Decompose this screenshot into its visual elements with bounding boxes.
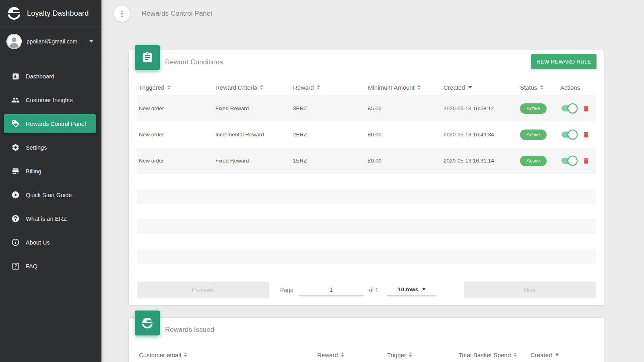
reward-conditions-card: Reward Conditions NEW REWARD RULE Trigge… xyxy=(129,50,604,305)
kebab-icon xyxy=(121,10,123,17)
sidebar: Loyalty Dashboard ppoliani@gmail.com Das… xyxy=(0,0,101,362)
page-title: Rewards Control Panel xyxy=(142,10,212,18)
rewards-issued-card: Rewards Issued Customer email Reward Tri… xyxy=(129,318,604,362)
table-header-row: Triggered Reward Criteria Reward Minimum… xyxy=(137,79,596,95)
sidebar-item-label: What is an ERZ xyxy=(26,216,67,222)
sidebar-item-label: Dashboard xyxy=(26,73,54,80)
sort-icon xyxy=(341,352,344,357)
clipboard-icon xyxy=(135,45,160,70)
cell-reward: 3ERZ xyxy=(291,105,366,111)
person-icon xyxy=(6,34,22,49)
page-label: Page xyxy=(280,287,293,293)
app-logo-icon xyxy=(6,6,22,21)
empty-row xyxy=(137,264,596,280)
column-header-trigger[interactable]: Trigger xyxy=(385,352,457,358)
empty-row xyxy=(137,234,596,249)
main-content: Rewards Control Panel Reward Conditions … xyxy=(101,0,644,362)
brand: Loyalty Dashboard xyxy=(0,0,101,27)
cell-minimum-amount: £0.00 xyxy=(366,158,442,164)
help-circle-icon xyxy=(11,214,20,223)
sidebar-item-label: Customer Insights xyxy=(26,97,73,103)
sidebar-item-dashboard[interactable]: Dashboard xyxy=(0,64,101,88)
gear-icon xyxy=(11,143,20,152)
delete-icon[interactable] xyxy=(582,131,590,139)
delete-icon[interactable] xyxy=(582,157,590,165)
column-header-customer-email[interactable]: Customer email xyxy=(137,352,315,358)
column-header-reward-criteria[interactable]: Reward Criteria xyxy=(213,84,291,91)
logo-card-icon xyxy=(135,311,160,335)
sidebar-item-quick-start-guide[interactable]: Quick Start Guide xyxy=(0,183,101,207)
cell-minimum-amount: £0.00 xyxy=(366,132,442,138)
rows-per-page-select[interactable]: 10 rows xyxy=(387,284,436,296)
column-header-minimum-amount[interactable]: Minimum Amount xyxy=(366,84,442,91)
cell-created: 2020-05-13 16:58:12 xyxy=(442,105,518,111)
loyalty-tag-icon xyxy=(11,119,20,128)
status-badge: Active xyxy=(520,103,547,114)
sidebar-item-faq[interactable]: FAQ xyxy=(0,254,101,278)
active-toggle[interactable] xyxy=(561,132,576,138)
column-header-reward[interactable]: Reward xyxy=(291,84,366,91)
cell-reward-criteria: Fixed Reward xyxy=(213,158,291,164)
sidebar-item-label: Quick Start Guide xyxy=(26,192,72,198)
reward-conditions-table: Triggered Reward Criteria Reward Minimum… xyxy=(137,79,596,280)
sidebar-item-label: About Us xyxy=(26,239,50,246)
bar-chart-icon xyxy=(11,72,20,80)
sort-icon xyxy=(184,352,187,357)
active-toggle[interactable] xyxy=(561,105,576,111)
page-menu-button[interactable] xyxy=(114,6,130,22)
cell-reward: 2ERZ xyxy=(291,132,366,138)
page-count-label: of 1 xyxy=(369,287,378,293)
user-email: ppoliani@gmail.com xyxy=(27,38,85,45)
previous-page-button[interactable]: Previous xyxy=(137,282,269,298)
column-header-created[interactable]: Created xyxy=(442,84,518,91)
people-icon xyxy=(11,96,20,104)
column-header-actions: Actions xyxy=(558,84,596,91)
sidebar-item-what-is-an-erz[interactable]: What is an ERZ xyxy=(0,207,101,230)
cell-reward-criteria: Incremental Reward xyxy=(213,132,291,138)
info-circle-icon xyxy=(11,238,20,247)
sort-desc-icon xyxy=(468,86,472,88)
column-header-total-basket-spend[interactable]: Total Basket Spend xyxy=(457,352,528,358)
sidebar-item-customer-insights[interactable]: Customer Insights xyxy=(0,88,101,112)
active-toggle[interactable] xyxy=(561,158,576,164)
column-header-status[interactable]: Status xyxy=(518,84,558,91)
sort-icon xyxy=(540,85,543,90)
status-badge: Active xyxy=(520,130,547,140)
play-circle-icon xyxy=(11,191,20,199)
column-header-reward[interactable]: Reward xyxy=(315,352,385,358)
cell-minimum-amount: £5.00 xyxy=(366,105,442,111)
delete-icon[interactable] xyxy=(582,105,590,113)
sidebar-item-billing[interactable]: Billing xyxy=(0,159,101,183)
sidebar-item-about-us[interactable]: About Us xyxy=(0,230,101,254)
new-reward-rule-button[interactable]: NEW REWARD RULE xyxy=(531,54,597,69)
empty-row xyxy=(137,189,596,204)
table-row: New order Fixed Reward 3ERZ £5.00 2020-0… xyxy=(137,95,596,121)
next-page-button[interactable]: Next xyxy=(464,282,596,298)
sidebar-item-rewards-control-panel[interactable]: Rewards Control Panel xyxy=(4,114,96,133)
column-header-created[interactable]: Created xyxy=(528,352,596,358)
cell-reward: 1ERZ xyxy=(291,158,366,164)
sort-desc-icon xyxy=(555,354,559,356)
cell-created: 2020-05-13 16:49:34 xyxy=(442,132,518,138)
sort-icon xyxy=(317,85,320,90)
chevron-down-icon xyxy=(89,40,93,43)
status-badge: Active xyxy=(520,156,547,166)
sort-icon xyxy=(514,352,517,357)
card-title: Reward Conditions xyxy=(165,58,223,66)
sidebar-item-settings[interactable]: Settings xyxy=(0,136,101,159)
sort-icon xyxy=(417,85,421,90)
chevron-down-icon xyxy=(422,288,425,290)
empty-row xyxy=(137,219,596,234)
table-header-row: Customer email Reward Trigger Total Bask… xyxy=(137,347,596,362)
faq-icon xyxy=(11,262,20,270)
empty-row xyxy=(137,249,596,265)
page-number-input[interactable] xyxy=(299,284,363,296)
card-title: Rewards Issued xyxy=(165,326,214,334)
app-title: Loyalty Dashboard xyxy=(27,9,89,18)
table-row: New order Incremental Reward 2ERZ £0.00 … xyxy=(137,121,596,148)
cell-reward-criteria: Fixed Reward xyxy=(213,105,291,111)
cell-triggered: New order xyxy=(137,105,213,111)
column-header-triggered[interactable]: Triggered xyxy=(137,84,213,91)
sort-icon xyxy=(409,352,412,357)
user-menu[interactable]: ppoliani@gmail.com xyxy=(0,27,101,56)
